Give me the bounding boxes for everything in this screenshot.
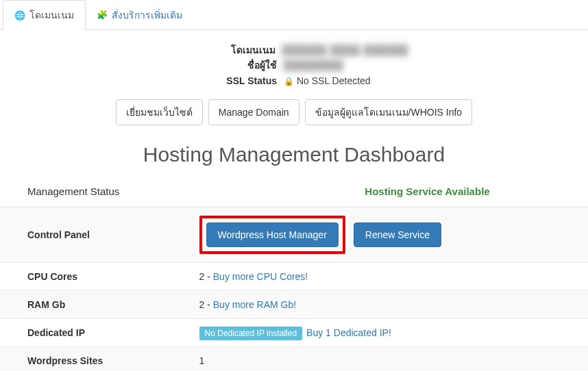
tab-label: สั่งบริการเพิ่มเติม (112, 8, 182, 23)
buy-ip-link[interactable]: Buy 1 Dedicated IP! (306, 327, 391, 338)
manage-domain-button[interactable]: Manage Domain (208, 99, 299, 125)
table-row: Control Panel Wordpress Host Manager Ren… (0, 207, 588, 263)
wp-sites-value: 1 (188, 347, 588, 371)
visit-site-button[interactable]: เยี่ยมชมเว็บไซต์ (116, 99, 203, 125)
tabs: 🌐 โดเมนเนม 🧩 สั่งบริการเพิ่มเติม (0, 0, 588, 30)
dashboard-title: Hosting Management Dashboard (0, 143, 588, 166)
cpu-value: 2 - Buy more CPU Cores! (188, 263, 588, 291)
ram-value: 2 - Buy more RAM Gb! (188, 291, 588, 319)
wordpress-host-manager-button[interactable]: Wordpress Host Manager (206, 222, 339, 247)
wp-sites-label: Wordpress Sites (0, 347, 188, 371)
management-status-label: Management Status (27, 186, 294, 197)
domain-value: ██████ ████ ██████ (282, 42, 408, 57)
domain-label: โดเมนเนม (180, 42, 275, 57)
table-row: CPU Cores 2 - Buy more CPU Cores! (0, 263, 588, 291)
buy-cpu-link[interactable]: Buy more CPU Cores! (213, 271, 308, 282)
highlight-box: Wordpress Host Manager (199, 216, 345, 254)
hosting-status-value: Hosting Service Available (294, 186, 561, 197)
tab-addon[interactable]: 🧩 สั่งบริการเพิ่มเติม (86, 0, 193, 29)
user-label: ชื่อผู้ใช้ (181, 57, 277, 73)
no-ip-badge: No Dedicated IP installed (199, 327, 303, 340)
lock-icon: 🔒 (284, 77, 294, 86)
hosting-table: Control Panel Wordpress Host Manager Ren… (0, 207, 588, 371)
globe-icon: 🌐 (14, 10, 25, 21)
table-row: Dedicated IP No Dedicated IP installedBu… (0, 319, 588, 347)
table-row: RAM Gb 2 - Buy more RAM Gb! (0, 291, 588, 319)
ip-label: Dedicated IP (0, 319, 188, 347)
ssl-value: 🔒No SSL Detected (284, 73, 407, 88)
ssl-label: SSL Status (181, 73, 277, 88)
tab-label: โดเมนเนม (29, 8, 74, 23)
status-row: Management Status Hosting Service Availa… (0, 180, 588, 207)
whois-button[interactable]: ข้อมูลผู้ดูแลโดเมนเนม/WHOIS Info (305, 99, 473, 125)
cpu-label: CPU Cores (0, 263, 188, 291)
renew-service-button[interactable]: Renew Service (354, 222, 441, 247)
puzzle-icon: 🧩 (97, 10, 108, 20)
action-buttons: เยี่ยมชมเว็บไซต์ Manage Domain ข้อมูลผู้… (0, 99, 588, 125)
ip-value: No Dedicated IP installedBuy 1 Dedicated… (188, 319, 588, 347)
ram-label: RAM Gb (0, 291, 188, 319)
user-value: ████████ (284, 57, 407, 73)
buy-ram-link[interactable]: Buy more RAM Gb! (213, 299, 296, 310)
tab-domain[interactable]: 🌐 โดเมนเนม (3, 0, 86, 30)
control-panel-label: Control Panel (0, 207, 188, 263)
domain-info: โดเมนเนม ██████ ████ ██████ ชื่อผู้ใช้ █… (0, 42, 588, 88)
table-row: Wordpress Sites 1 (0, 347, 588, 371)
